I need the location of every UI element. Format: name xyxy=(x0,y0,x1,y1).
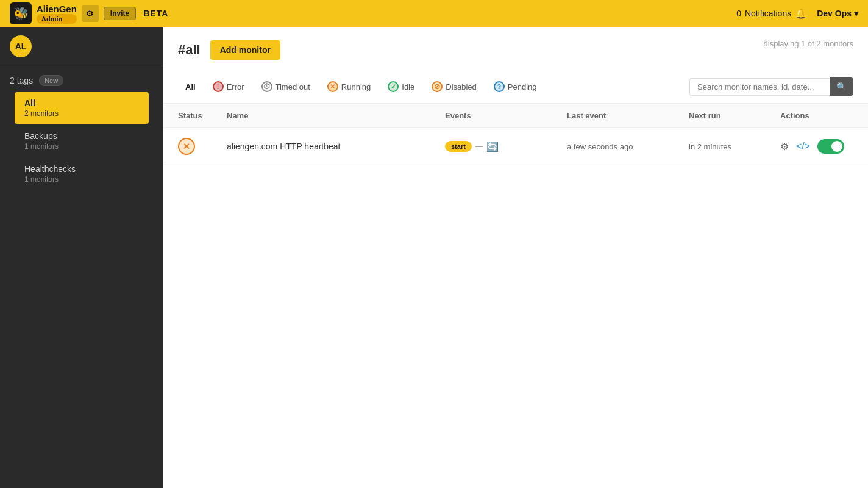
row-next-run: in 2 minutes xyxy=(689,142,780,151)
sidebar-item-all[interactable]: All 2 monitors xyxy=(15,92,149,124)
sidebar-item-backups[interactable]: Backups 1 monitors xyxy=(15,125,149,157)
error-icon: ! xyxy=(213,81,224,92)
sidebar-item-all-count: 2 monitors xyxy=(24,109,139,118)
sidebar-item-backups-name: Backups xyxy=(24,131,139,141)
sidebar-user: AL xyxy=(0,27,163,66)
sidebar-item-healthchecks-count: 1 monitors xyxy=(24,175,139,184)
filter-idle-label: Idle xyxy=(402,82,414,92)
content-area: #all Add monitor displaying 1 of 2 monit… xyxy=(163,27,868,488)
running-icon: ✕ xyxy=(327,81,338,92)
settings-button[interactable]: ⚙ xyxy=(82,5,99,22)
filter-all[interactable]: All xyxy=(178,79,203,95)
col-name: Name xyxy=(227,111,445,120)
avatar: AL xyxy=(10,35,32,57)
row-monitor-name[interactable]: aliengen.com HTTP heartbeat xyxy=(227,142,445,151)
bell-icon: 🔔 xyxy=(795,8,807,20)
tags-section: 2 tags New All 2 monitors Backups 1 moni… xyxy=(0,66,163,196)
tags-label: 2 tags xyxy=(10,76,33,85)
sidebar-item-all-name: All xyxy=(24,98,139,108)
table-row: ✕ aliengen.com HTTP heartbeat start — 🔄 … xyxy=(163,128,868,165)
filter-error-label: Error xyxy=(227,82,244,92)
app-name-area: AlienGen Admin xyxy=(37,4,77,24)
add-monitor-button[interactable]: Add monitor xyxy=(210,40,280,60)
filter-error[interactable]: ! Error xyxy=(205,78,252,95)
timedout-icon: ⏱ xyxy=(261,81,272,92)
notifications-area[interactable]: 0 Notifications 🔔 xyxy=(736,8,807,20)
display-info: displaying 1 of 2 monitors xyxy=(764,39,853,60)
logo-area: 🐝 AlienGen Admin ⚙ Invite xyxy=(10,2,136,24)
app-name: AlienGen xyxy=(37,4,77,14)
filter-running[interactable]: ✕ Running xyxy=(320,78,378,95)
row-events: start — 🔄 xyxy=(445,141,567,152)
top-nav-left: 🐝 AlienGen Admin ⚙ Invite BETA xyxy=(10,2,168,24)
filter-timedout[interactable]: ⏱ Timed out xyxy=(254,78,318,95)
devops-label: Dev Ops xyxy=(817,9,852,18)
filter-all-label: All xyxy=(185,82,196,92)
content-header-row: #all Add monitor displaying 1 of 2 monit… xyxy=(163,27,868,70)
status-running-icon: ✕ xyxy=(178,138,195,155)
filter-disabled[interactable]: ⊘ Disabled xyxy=(424,78,484,95)
row-last-event: a few seconds ago xyxy=(567,142,689,151)
search-button[interactable]: 🔍 xyxy=(830,77,853,96)
col-actions: Actions xyxy=(780,111,853,120)
sidebar: AL 2 tags New All 2 monitors Backups 1 m… xyxy=(0,27,163,488)
event-start-badge: start xyxy=(445,141,472,152)
action-settings-icon[interactable]: ⚙ xyxy=(780,141,789,152)
admin-badge: Admin xyxy=(37,14,77,24)
filter-pending[interactable]: ? Pending xyxy=(486,78,544,95)
filter-disabled-label: Disabled xyxy=(446,82,477,92)
event-dash: — xyxy=(475,142,483,151)
main-layout: AL 2 tags New All 2 monitors Backups 1 m… xyxy=(0,27,868,488)
devops-area[interactable]: Dev Ops ▾ xyxy=(817,9,858,18)
tags-header: 2 tags New xyxy=(10,75,154,86)
top-nav-right: 0 Notifications 🔔 Dev Ops ▾ xyxy=(736,8,858,20)
filter-bar: All ! Error ⏱ Timed out ✕ Running ✓ Idle… xyxy=(163,70,868,104)
sidebar-item-healthchecks[interactable]: Healthchecks 1 monitors xyxy=(15,158,149,190)
col-events: Events xyxy=(445,111,567,120)
page-title: #all xyxy=(178,42,201,58)
sidebar-item-healthchecks-name: Healthchecks xyxy=(24,164,139,174)
search-area: 🔍 xyxy=(689,77,853,96)
beta-label: BETA xyxy=(143,9,168,18)
col-status: Status xyxy=(178,111,227,120)
col-next-run: Next run xyxy=(689,111,780,120)
filter-pending-label: Pending xyxy=(508,82,537,92)
toggle-slider xyxy=(817,139,844,154)
filter-idle[interactable]: ✓ Idle xyxy=(380,78,422,95)
pending-icon: ? xyxy=(494,81,505,92)
row-status: ✕ xyxy=(178,138,227,155)
svg-text:🐝: 🐝 xyxy=(13,6,29,21)
invite-button[interactable]: Invite xyxy=(104,7,136,20)
idle-icon: ✓ xyxy=(388,81,399,92)
disabled-icon: ⊘ xyxy=(432,81,443,92)
row-actions: ⚙ </> xyxy=(780,139,853,154)
table-header: Status Name Events Last event Next run A… xyxy=(163,104,868,128)
col-last-event: Last event xyxy=(567,111,689,120)
action-code-icon[interactable]: </> xyxy=(796,141,810,152)
search-input[interactable] xyxy=(689,78,830,96)
notifications-label: Notifications xyxy=(745,9,791,18)
chevron-down-icon: ▾ xyxy=(854,9,858,18)
app-logo: 🐝 xyxy=(10,2,32,24)
filter-timedout-label: Timed out xyxy=(276,82,310,92)
new-badge-button[interactable]: New xyxy=(39,75,63,86)
filter-running-label: Running xyxy=(341,82,371,92)
monitor-toggle[interactable] xyxy=(817,139,844,154)
notifications-count: 0 xyxy=(736,9,741,18)
top-nav: 🐝 AlienGen Admin ⚙ Invite BETA 0 Notific… xyxy=(0,0,868,27)
event-sync-icon: 🔄 xyxy=(486,141,499,152)
sidebar-item-backups-count: 1 monitors xyxy=(24,142,139,151)
